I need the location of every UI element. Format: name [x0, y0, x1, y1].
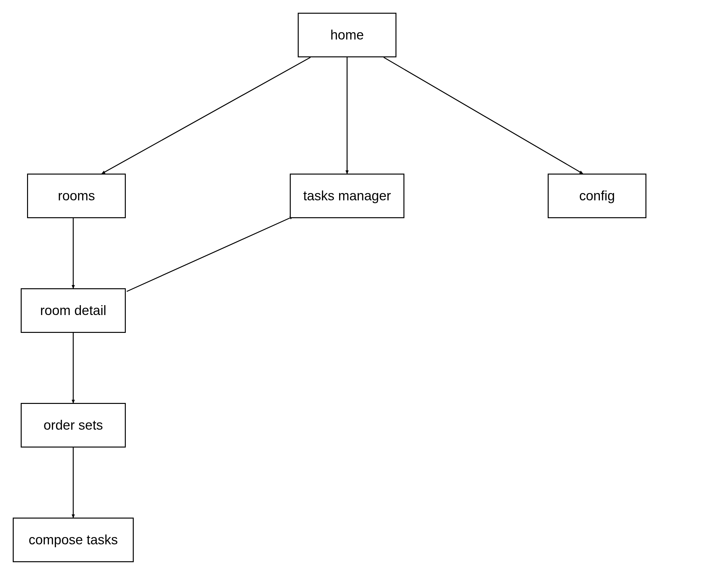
node-order-sets-label: order sets — [44, 418, 103, 433]
node-compose-tasks-label: compose tasks — [29, 532, 118, 548]
edge-home-rooms — [102, 57, 310, 174]
node-rooms-label: rooms — [58, 188, 95, 204]
node-tasks-manager-label: tasks manager — [303, 188, 391, 204]
node-config: config — [548, 174, 646, 218]
edge-home-config — [384, 57, 583, 174]
node-home: home — [298, 13, 396, 57]
node-room-detail: room detail — [21, 288, 126, 333]
node-config-label: config — [579, 188, 615, 204]
diagram-canvas: home rooms tasks manager config room det… — [0, 0, 712, 588]
node-room-detail-label: room detail — [40, 303, 106, 318]
node-home-label: home — [330, 27, 364, 43]
node-rooms: rooms — [27, 174, 126, 218]
node-tasks-manager: tasks manager — [290, 174, 404, 218]
node-order-sets: order sets — [21, 403, 126, 447]
edge-room-detail-tasks-manager — [127, 216, 293, 291]
node-compose-tasks: compose tasks — [13, 518, 134, 562]
